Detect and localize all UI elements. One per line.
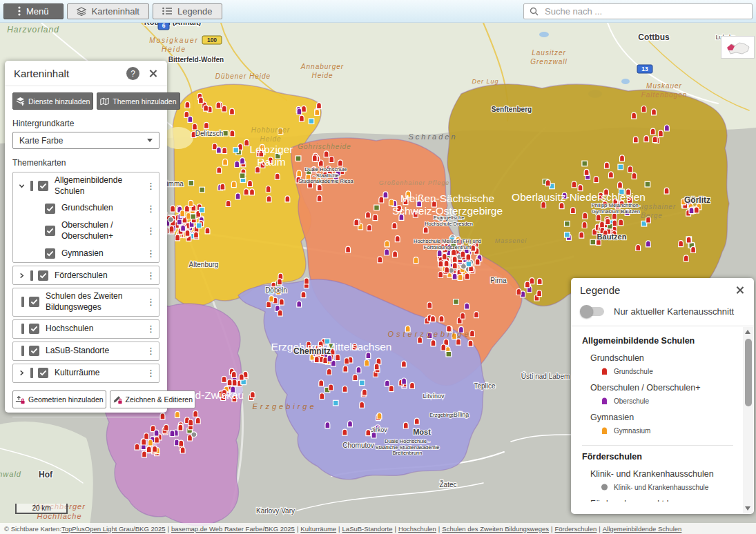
scrollbar-thumb[interactable] (745, 339, 752, 406)
zeichnen-editieren-button[interactable]: Zeichnen & Editieren (110, 390, 195, 408)
map-marker-grundschule[interactable] (395, 236, 400, 242)
layer-tree-item-schulen-des-zweiten-bildungsweges[interactable]: Schulen des Zweiten Bildungsweges⋮ (13, 288, 159, 315)
map-marker-grundschule[interactable] (324, 151, 329, 157)
map-marker-grundschule[interactable] (579, 232, 584, 238)
map-marker-grundschule[interactable] (466, 254, 471, 260)
map-marker-grundschule[interactable] (244, 189, 249, 195)
map-marker-grundschule[interactable] (353, 375, 358, 381)
map-marker-grundschule[interactable] (346, 246, 351, 253)
overview-map[interactable] (721, 36, 755, 59)
map-marker-grundschule[interactable] (427, 302, 432, 308)
map-marker-grundschule[interactable] (410, 382, 415, 388)
map-marker-grundschule[interactable] (600, 221, 605, 228)
drag-handle[interactable] (30, 368, 33, 378)
layer-checkbox[interactable] (45, 226, 55, 236)
map-marker-grundschule[interactable] (317, 103, 322, 109)
map-marker-grundschule[interactable] (301, 292, 306, 298)
map-marker-oberschule[interactable] (327, 355, 332, 362)
map-marker-grundschule[interactable] (471, 245, 476, 251)
map-marker-gymnasium[interactable] (186, 213, 191, 219)
map-marker-grundschule[interactable] (373, 215, 378, 221)
map-marker-grundschule[interactable] (205, 228, 210, 234)
map-marker-grundschule[interactable] (584, 169, 589, 175)
drag-handle[interactable] (30, 270, 33, 281)
map-marker-grundschule[interactable] (250, 392, 255, 398)
map-marker-grundschule[interactable] (302, 106, 307, 112)
map-marker-grundschule[interactable] (545, 180, 550, 186)
legend-scrollbar[interactable] (743, 327, 753, 513)
map-marker-grundschule[interactable] (329, 157, 334, 163)
layer-options-kebab-icon[interactable]: ⋮ (146, 346, 155, 356)
map-marker-grundschule[interactable] (571, 208, 576, 214)
map-marker-foerder_gruen[interactable] (582, 161, 588, 166)
map-marker-grundschule[interactable] (153, 446, 157, 452)
map-marker-oberschule[interactable] (175, 439, 180, 446)
map-marker-grundschule[interactable] (594, 177, 599, 183)
map-marker-grundschule[interactable] (171, 206, 175, 212)
map-marker-grundschule[interactable] (220, 184, 225, 190)
map-marker-oberschule[interactable] (356, 367, 361, 373)
map-marker-grundschule[interactable] (204, 105, 209, 111)
map-marker-grundschule[interactable] (684, 255, 688, 261)
map-marker-grundschule[interactable] (468, 340, 473, 346)
map-marker-grundschule[interactable] (194, 232, 199, 238)
map-marker-oberschule[interactable] (452, 273, 457, 279)
layer-checkbox[interactable] (38, 181, 48, 191)
map-marker-grundschule[interactable] (319, 380, 324, 386)
map-marker-grundschule[interactable] (300, 115, 304, 121)
scroll-down-icon[interactable] (745, 506, 750, 511)
map-marker-grundschule[interactable] (431, 340, 436, 346)
attribution-link[interactable]: basemap.de Web Raster Farbe/BKG 2025 (171, 525, 295, 533)
map-marker-grundschule[interactable] (389, 386, 394, 392)
map-marker-grundschule[interactable] (461, 251, 465, 257)
expand-chevron[interactable] (17, 273, 26, 279)
map-marker-grundschule[interactable] (530, 278, 534, 284)
map-marker-grundschule[interactable] (180, 447, 185, 453)
map-marker-grundschule[interactable] (475, 259, 480, 265)
map-marker-grundschule[interactable] (461, 313, 465, 319)
layer-checkbox[interactable] (45, 204, 55, 214)
map-marker-grundschule[interactable] (362, 389, 367, 395)
map-marker-grundschule[interactable] (279, 299, 284, 305)
map-marker-grundschule[interactable] (474, 312, 479, 318)
layer-options-kebab-icon[interactable]: ⋮ (146, 204, 155, 214)
map-marker-grundschule[interactable] (222, 376, 226, 382)
drag-handle[interactable] (21, 324, 24, 334)
map-marker-gymnasium[interactable] (231, 181, 236, 188)
map-marker-grundschule[interactable] (216, 102, 221, 108)
map-marker-gymnasium[interactable] (365, 360, 369, 366)
attribution-link[interactable]: Schulen des Zweiten Bildungsweges (442, 525, 549, 533)
map-marker-foerder_blau[interactable] (309, 119, 314, 124)
map-marker-grundschule[interactable] (244, 139, 249, 146)
map-marker-grundschule[interactable] (572, 181, 576, 188)
map-marker-oberschule[interactable] (235, 161, 240, 168)
map-marker-gymnasium[interactable] (315, 109, 320, 115)
map-marker-grundschule[interactable] (374, 364, 379, 370)
map-marker-grundschule[interactable] (619, 219, 623, 226)
map-marker-grundschule[interactable] (142, 451, 147, 457)
map-marker-grundschule[interactable] (442, 253, 447, 259)
map-marker-grundschule[interactable] (366, 430, 371, 436)
extent-toggle[interactable] (581, 307, 604, 316)
map-marker-gymnasium[interactable] (269, 296, 274, 302)
map-marker-oberschule[interactable] (325, 422, 330, 428)
map-marker-grundschule[interactable] (632, 172, 637, 179)
map-marker-grundschule[interactable] (659, 130, 663, 137)
map-marker-grundschule[interactable] (185, 101, 190, 108)
map-marker-grundschule[interactable] (578, 185, 583, 191)
map-marker-grundschule[interactable] (525, 281, 530, 288)
map-marker-grundschule[interactable] (342, 429, 347, 435)
map-marker-grundschule[interactable] (155, 437, 159, 443)
map-marker-grundschule[interactable] (217, 167, 222, 173)
map-marker-grundschule[interactable] (652, 109, 657, 115)
map-marker-grundschule[interactable] (452, 256, 457, 262)
karteninhalt-button[interactable]: Karteninhalt (67, 3, 149, 19)
map-marker-grundschule[interactable] (620, 155, 625, 161)
map-marker-grundschule[interactable] (605, 162, 610, 168)
layer-tree-child-gymnasien[interactable]: Gymnasien⋮ (13, 244, 159, 262)
layer-tree-item-lasub-standorte[interactable]: LaSuB-Standorte⋮ (13, 342, 159, 360)
map-marker-grundschule[interactable] (456, 339, 461, 345)
map-marker-grundschule[interactable] (612, 220, 617, 226)
layer-options-kebab-icon[interactable]: ⋮ (146, 297, 155, 307)
layer-options-kebab-icon[interactable]: ⋮ (146, 270, 155, 281)
